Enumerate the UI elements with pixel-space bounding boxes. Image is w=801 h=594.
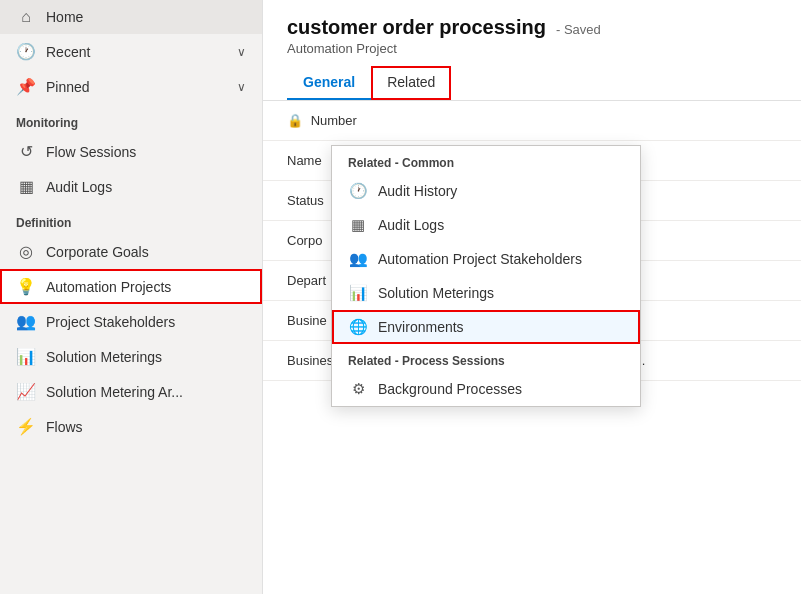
chevron-down-icon: ∨ [237, 45, 246, 59]
dropdown-item-automation-project-stakeholders[interactable]: 👥 Automation Project Stakeholders [332, 242, 640, 276]
sidebar-item-automation-projects[interactable]: 💡 Automation Projects [0, 269, 262, 304]
sidebar-item-solution-meterings[interactable]: 📊 Solution Meterings [0, 339, 262, 374]
dropdown-item-audit-history[interactable]: 🕐 Audit History [332, 174, 640, 208]
sidebar-item-recent[interactable]: 🕐 Recent ∨ [0, 34, 262, 69]
audit-logs-icon: ▦ [348, 216, 368, 234]
sidebar-item-home[interactable]: ⌂ Home [0, 0, 262, 34]
solution-meterings-icon: 📊 [16, 347, 36, 366]
tab-general[interactable]: General [287, 66, 371, 100]
dropdown-label-audit-logs: Audit Logs [378, 217, 444, 233]
dropdown-item-solution-meterings[interactable]: 📊 Solution Meterings [332, 276, 640, 310]
background-processes-icon: ⚙ [348, 380, 368, 398]
dropdown-label-audit-history: Audit History [378, 183, 457, 199]
sidebar-label-corporate-goals: Corporate Goals [46, 244, 149, 260]
tab-related[interactable]: Related [371, 66, 451, 100]
monitoring-section-label: Monitoring [0, 104, 262, 134]
project-stakeholders-icon: 👥 [16, 312, 36, 331]
dropdown-item-audit-logs[interactable]: ▦ Audit Logs [332, 208, 640, 242]
sidebar-item-audit-logs[interactable]: ▦ Audit Logs [0, 169, 262, 204]
tab-bar: General Related [287, 66, 777, 100]
sidebar-item-project-stakeholders[interactable]: 👥 Project Stakeholders [0, 304, 262, 339]
sidebar-item-corporate-goals[interactable]: ◎ Corporate Goals [0, 234, 262, 269]
dropdown-item-background-processes[interactable]: ⚙ Background Processes [332, 372, 640, 406]
related-dropdown-menu[interactable]: Related - Common 🕐 Audit History ▦ Audit… [331, 145, 641, 407]
sidebar-label-solution-meterings: Solution Meterings [46, 349, 162, 365]
field-label-number: 🔒 Number [287, 113, 467, 128]
recent-icon: 🕐 [16, 42, 36, 61]
saved-badge: - Saved [556, 22, 601, 37]
sidebar-label-project-stakeholders: Project Stakeholders [46, 314, 175, 330]
audit-history-icon: 🕐 [348, 182, 368, 200]
main-content: customer order processing - Saved Automa… [263, 0, 801, 594]
dropdown-section-common: Related - Common [332, 146, 640, 174]
home-icon: ⌂ [16, 8, 36, 26]
sidebar-label-flow-sessions: Flow Sessions [46, 144, 136, 160]
dropdown-item-environments[interactable]: 🌐 Environments [332, 310, 640, 344]
sidebar-label-audit-logs: Audit Logs [46, 179, 112, 195]
sidebar-item-pinned[interactable]: 📌 Pinned ∨ [0, 69, 262, 104]
automation-projects-icon: 💡 [16, 277, 36, 296]
flow-sessions-icon: ↺ [16, 142, 36, 161]
sidebar-label-home: Home [46, 9, 83, 25]
sidebar-item-flows[interactable]: ⚡ Flows [0, 409, 262, 444]
chevron-down-icon: ∨ [237, 80, 246, 94]
corporate-goals-icon: ◎ [16, 242, 36, 261]
sidebar-label-pinned: Pinned [46, 79, 90, 95]
solution-meterings-icon: 📊 [348, 284, 368, 302]
stakeholders-icon: 👥 [348, 250, 368, 268]
sidebar-item-flow-sessions[interactable]: ↺ Flow Sessions [0, 134, 262, 169]
dropdown-label-environments: Environments [378, 319, 464, 335]
sidebar: ⌂ Home 🕐 Recent ∨ 📌 Pinned ∨ Monitoring … [0, 0, 263, 594]
definition-section-label: Definition [0, 204, 262, 234]
main-body: 🔒 Number Name ing Status Corpo h Aut... … [263, 101, 801, 594]
page-title: customer order processing [287, 16, 546, 39]
environments-icon: 🌐 [348, 318, 368, 336]
page-subtitle: Automation Project [287, 41, 777, 56]
flows-icon: ⚡ [16, 417, 36, 436]
dropdown-label-background-processes: Background Processes [378, 381, 522, 397]
sidebar-label-recent: Recent [46, 44, 90, 60]
form-row-number: 🔒 Number [263, 101, 801, 141]
sidebar-item-solution-metering-ar[interactable]: 📈 Solution Metering Ar... [0, 374, 262, 409]
solution-metering-ar-icon: 📈 [16, 382, 36, 401]
dropdown-label-automation-project-stakeholders: Automation Project Stakeholders [378, 251, 582, 267]
lock-icon: 🔒 [287, 113, 303, 128]
dropdown-section-process: Related - Process Sessions [332, 344, 640, 372]
dropdown-label-solution-meterings: Solution Meterings [378, 285, 494, 301]
audit-logs-icon: ▦ [16, 177, 36, 196]
main-header: customer order processing - Saved Automa… [263, 0, 801, 101]
pin-icon: 📌 [16, 77, 36, 96]
sidebar-label-automation-projects: Automation Projects [46, 279, 171, 295]
sidebar-label-flows: Flows [46, 419, 83, 435]
sidebar-label-solution-metering-ar: Solution Metering Ar... [46, 384, 183, 400]
